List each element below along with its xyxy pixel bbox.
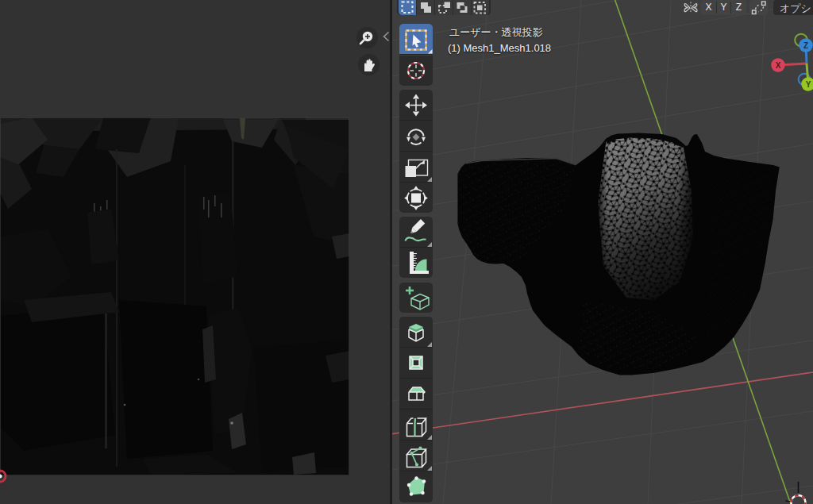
svg-text:Z: Z <box>803 41 808 50</box>
svg-text:Y: Y <box>806 80 811 89</box>
svg-text:X: X <box>776 61 781 70</box>
